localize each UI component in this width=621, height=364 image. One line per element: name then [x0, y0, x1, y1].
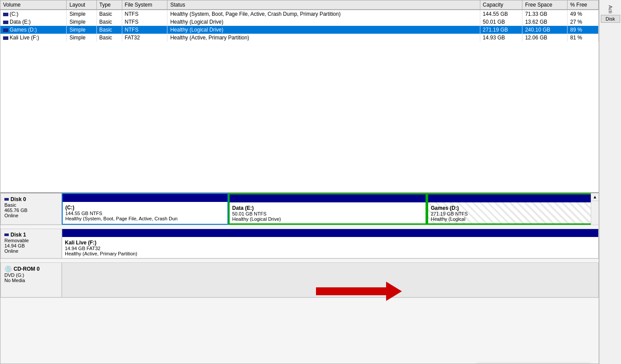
- cell-filesystem: NTFS: [122, 10, 167, 18]
- cell-capacity: 144.55 GB: [480, 10, 522, 18]
- cell-pctfree: 81 %: [568, 34, 599, 42]
- disk0-row: Disk 0 Basic 465.76 GB Online (C:) 144.5…: [0, 193, 599, 225]
- volume-table: Volume Layout Type File System Status Ca…: [0, 0, 599, 42]
- disk0-status: Online: [4, 213, 58, 218]
- disk1-name: Disk 1: [11, 232, 26, 238]
- cell-freespace: 12.06 GB: [522, 34, 568, 42]
- partition-d-status: Healthy (Logical: [431, 216, 595, 222]
- col-capacity[interactable]: Capacity: [480, 0, 522, 10]
- partition-d-label: Games (D:): [431, 205, 595, 211]
- partition-e-status: Healthy (Logical Drive): [232, 216, 423, 222]
- cell-pctfree: 89 %: [568, 26, 599, 34]
- partition-c-label: (C:): [65, 205, 225, 211]
- volume-table-area: Volume Layout Type File System Status Ca…: [0, 0, 599, 193]
- col-filesystem[interactable]: File System: [122, 0, 167, 10]
- cdrom0-status: No Media: [4, 278, 58, 283]
- partition-f-bar: [62, 229, 598, 237]
- partition-e-bar: [230, 194, 426, 202]
- table-row[interactable]: Data (E:) Simple Basic NTFS Healthy (Log…: [0, 18, 599, 26]
- right-panel-disk-btn[interactable]: Disk: [601, 15, 620, 23]
- disk0-name: Disk 0: [11, 196, 26, 202]
- col-layout[interactable]: Layout: [67, 0, 96, 10]
- partition-f-size: 14.94 GB FAT32: [65, 246, 596, 251]
- volume-disk-icon: [3, 21, 8, 24]
- cell-status: Healthy (System, Boot, Page File, Active…: [167, 10, 480, 18]
- cdrom0-label: 💿 CD-ROM 0 DVD (G:) No Media: [0, 262, 62, 297]
- disk0-icon: [4, 198, 9, 201]
- cell-type: Basic: [96, 26, 122, 34]
- partition-c-bar: [63, 194, 227, 202]
- scrollbar-disk0: ▲: [591, 193, 599, 225]
- arrow-container: [316, 283, 404, 300]
- cell-layout: Simple: [67, 18, 96, 26]
- cell-pctfree: 49 %: [568, 10, 599, 18]
- cell-capacity: 50.01 GB: [480, 18, 522, 26]
- cell-capacity: 14.93 GB: [480, 34, 522, 42]
- scroll-up-arrow[interactable]: ▲: [591, 193, 599, 201]
- disk0-label: Disk 0 Basic 465.76 GB Online: [0, 193, 62, 225]
- cell-layout: Simple: [67, 10, 96, 18]
- table-row[interactable]: (C:) Simple Basic NTFS Healthy (System, …: [0, 10, 599, 18]
- right-panel-acti-label: Acti: [608, 5, 613, 13]
- scroll-track-disk0: [591, 201, 599, 225]
- col-volume[interactable]: Volume: [0, 0, 67, 10]
- cdrom0-row: 💿 CD-ROM 0 DVD (G:) No Media: [0, 262, 599, 298]
- volume-disk-icon: [3, 13, 8, 16]
- disk1-status: Online: [4, 248, 58, 254]
- cell-freespace: 71.33 GB: [522, 10, 568, 18]
- cdrom0-type: DVD (G:): [4, 272, 58, 278]
- volume-disk-icon: [3, 28, 8, 32]
- partition-c-size: 144.55 GB NTFS: [65, 211, 225, 216]
- cell-type: Basic: [96, 34, 122, 42]
- disk1-partitions: Kali Live (F:) 14.94 GB FAT32 Healthy (A…: [62, 229, 599, 258]
- cell-capacity: 271.19 GB: [480, 26, 522, 34]
- cell-status: Healthy (Active, Primary Partition): [167, 34, 480, 42]
- disk-management-panel: Volume Layout Type File System Status Ca…: [0, 0, 599, 364]
- cdrom-icon: 💿: [4, 265, 12, 272]
- cell-type: Basic: [96, 10, 122, 18]
- partition-c[interactable]: (C:) 144.55 GB NTFS Healthy (System, Boo…: [62, 193, 228, 225]
- cell-freespace: 240.10 GB: [522, 26, 568, 34]
- cell-filesystem: NTFS: [122, 18, 167, 26]
- partition-f-label: Kali Live (F:): [65, 240, 596, 246]
- disk-graphical-area: Disk 0 Basic 465.76 GB Online (C:) 144.5…: [0, 193, 599, 364]
- partition-d[interactable]: Games (D:) 271.19 GB NTFS Healthy (Logic…: [427, 193, 599, 225]
- table-row[interactable]: Games (D:) Simple Basic NTFS Healthy (Lo…: [0, 26, 599, 34]
- cell-pctfree: 27 %: [568, 18, 599, 26]
- right-panel: Acti Disk: [599, 0, 621, 364]
- cell-volume: Data (E:): [0, 18, 67, 26]
- cdrom0-name: CD-ROM 0: [14, 266, 39, 272]
- cell-type: Basic: [96, 18, 122, 26]
- cell-layout: Simple: [67, 34, 96, 42]
- partition-e-size: 50.01 GB NTFS: [232, 211, 423, 216]
- partition-e[interactable]: Data (E:) 50.01 GB NTFS Healthy (Logical…: [228, 193, 427, 225]
- col-status[interactable]: Status: [167, 0, 480, 10]
- disk1-size: 14.94 GB: [4, 243, 58, 248]
- cell-status: Healthy (Logical Drive): [167, 18, 480, 26]
- disk0-partitions: (C:) 144.55 GB NTFS Healthy (System, Boo…: [62, 193, 599, 225]
- volume-disk-icon: [3, 36, 8, 40]
- red-arrow: [316, 283, 404, 300]
- col-type[interactable]: Type: [96, 0, 122, 10]
- cell-freespace: 13.62 GB: [522, 18, 568, 26]
- cell-layout: Simple: [67, 26, 96, 34]
- disk1-label: Disk 1 Removable 14.94 GB Online: [0, 229, 62, 258]
- disk1-row: Disk 1 Removable 14.94 GB Online Kali Li…: [0, 229, 599, 259]
- col-freespace[interactable]: Free Space: [522, 0, 568, 10]
- disk0-size: 465.76 GB: [4, 208, 58, 213]
- col-pctfree[interactable]: % Free: [568, 0, 599, 10]
- table-row[interactable]: Kali Live (F:) Simple Basic FAT32 Health…: [0, 34, 599, 42]
- disk1-type: Removable: [4, 238, 58, 243]
- arrow-body: [316, 287, 386, 295]
- main-container: Volume Layout Type File System Status Ca…: [0, 0, 621, 364]
- partition-e-label: Data (E:): [232, 205, 423, 211]
- cell-filesystem: NTFS: [122, 26, 167, 34]
- cell-volume: (C:): [0, 10, 67, 18]
- disk1-icon: [4, 233, 9, 236]
- partition-f-status: Healthy (Active, Primary Partition): [65, 251, 596, 256]
- partition-f[interactable]: Kali Live (F:) 14.94 GB FAT32 Healthy (A…: [62, 229, 599, 258]
- partition-c-status: Healthy (System, Boot, Page File, Active…: [65, 216, 225, 221]
- cell-volume: Games (D:): [0, 26, 67, 34]
- arrow-head: [386, 282, 402, 301]
- partition-d-size: 271.19 GB NTFS: [431, 211, 595, 216]
